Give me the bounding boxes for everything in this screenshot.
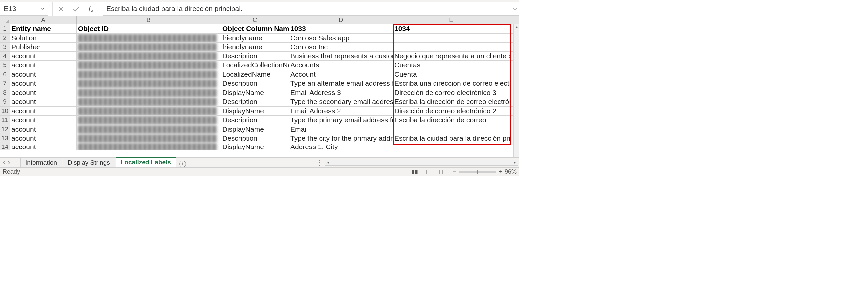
row-head[interactable]: 13 bbox=[0, 134, 10, 143]
fx-icon[interactable]: f x bbox=[89, 6, 97, 12]
grip-icon[interactable]: ⋮ bbox=[316, 159, 325, 167]
vertical-scrollbar[interactable] bbox=[514, 24, 519, 157]
cell[interactable]: Description bbox=[221, 52, 289, 61]
cell[interactable]: account bbox=[10, 88, 76, 97]
row-head[interactable]: 8 bbox=[0, 88, 10, 97]
cell[interactable]: Contoso Sales app bbox=[289, 34, 393, 42]
tab-information[interactable]: Information bbox=[20, 157, 62, 168]
zoom-value[interactable]: 96% bbox=[505, 169, 517, 175]
cell[interactable]: ████████████████████████████ bbox=[76, 116, 221, 124]
col-head-A[interactable]: A bbox=[10, 16, 76, 24]
cell[interactable]: ████████████████████████████ bbox=[76, 107, 221, 116]
cell[interactable]: DisplayName bbox=[221, 143, 289, 150]
col-head-D[interactable]: D bbox=[289, 16, 393, 24]
col-head-B[interactable]: B bbox=[76, 16, 221, 24]
cell[interactable]: Email Address 3 bbox=[289, 88, 393, 97]
col-head-E[interactable]: E bbox=[393, 16, 510, 24]
zoom-in-icon[interactable]: + bbox=[498, 169, 502, 175]
row-head[interactable]: 7 bbox=[0, 79, 10, 88]
row-head[interactable]: 9 bbox=[0, 97, 10, 106]
col-head-extra[interactable] bbox=[510, 16, 516, 24]
cell[interactable]: account bbox=[10, 125, 76, 134]
cell[interactable]: Email Address 2 bbox=[289, 107, 393, 116]
cell[interactable]: Description bbox=[221, 134, 289, 143]
cell[interactable]: Publisher bbox=[10, 42, 76, 51]
cell[interactable]: ████████████████████████████ bbox=[76, 79, 221, 88]
cell[interactable]: Account bbox=[289, 70, 393, 79]
cell[interactable]: account bbox=[10, 134, 76, 143]
cell[interactable]: ████████████████████████████ bbox=[76, 143, 221, 150]
zoom-slider[interactable] bbox=[459, 172, 496, 173]
row-head[interactable]: 14 bbox=[0, 143, 10, 150]
add-sheet-icon[interactable]: + bbox=[180, 161, 186, 168]
cell[interactable]: Dirección de correo electrónico 3 bbox=[393, 88, 510, 97]
cell[interactable]: Type an alternate email address for bbox=[289, 79, 393, 88]
cell[interactable]: Contoso Inc bbox=[289, 42, 393, 51]
zoom-out-icon[interactable]: − bbox=[453, 168, 457, 176]
checkmark-icon[interactable] bbox=[72, 6, 80, 12]
expand-formula-bar-icon[interactable] bbox=[511, 2, 519, 15]
row-head[interactable]: 12 bbox=[0, 125, 10, 134]
cell[interactable]: Description bbox=[221, 116, 289, 124]
cell[interactable]: Type the city for the primary addres bbox=[289, 134, 393, 143]
cell[interactable]: friendlyname bbox=[221, 34, 289, 42]
cell[interactable]: Solution bbox=[10, 34, 76, 42]
chevron-down-icon[interactable] bbox=[40, 7, 45, 10]
cell[interactable]: account bbox=[10, 70, 76, 79]
row-head[interactable]: 6 bbox=[0, 70, 10, 79]
cell[interactable]: 1034 bbox=[393, 24, 510, 33]
tab-prev-icon[interactable] bbox=[3, 161, 6, 165]
cell[interactable]: ████████████████████████████ bbox=[76, 42, 221, 51]
cell[interactable]: Escriba la dirección de correo electróni… bbox=[393, 97, 510, 106]
cell[interactable]: Dirección de correo electrónico 2 bbox=[393, 107, 510, 116]
scroll-left-icon[interactable] bbox=[325, 160, 331, 166]
tab-display-strings[interactable]: Display Strings bbox=[63, 157, 115, 168]
cell[interactable]: account bbox=[10, 116, 76, 124]
cell[interactable]: Address 1: City bbox=[289, 143, 393, 150]
cell[interactable]: DisplayName bbox=[221, 107, 289, 116]
cell[interactable]: Escriba la ciudad para la dirección prin… bbox=[393, 134, 510, 143]
tab-next-icon[interactable] bbox=[7, 161, 11, 165]
cell[interactable] bbox=[393, 143, 510, 150]
horizontal-scrollbar[interactable] bbox=[325, 160, 518, 166]
name-box[interactable]: E13 bbox=[0, 2, 48, 15]
cancel-icon[interactable] bbox=[58, 6, 64, 12]
cell[interactable]: Description bbox=[221, 79, 289, 88]
cell[interactable]: ████████████████████████████ bbox=[76, 34, 221, 42]
cell[interactable] bbox=[393, 34, 510, 42]
view-page-break-icon[interactable] bbox=[438, 169, 447, 175]
scroll-up-icon[interactable] bbox=[514, 24, 519, 30]
row-head[interactable]: 3 bbox=[0, 42, 10, 51]
tab-localized-labels[interactable]: Localized Labels bbox=[116, 157, 176, 168]
cell[interactable] bbox=[393, 125, 510, 134]
cell[interactable]: ████████████████████████████ bbox=[76, 61, 221, 70]
cell[interactable]: Object ID bbox=[76, 24, 221, 33]
cell[interactable]: account bbox=[10, 97, 76, 106]
row-head[interactable]: 2 bbox=[0, 34, 10, 42]
cell[interactable]: ████████████████████████████ bbox=[76, 52, 221, 61]
cell[interactable]: Cuentas bbox=[393, 61, 510, 70]
cell[interactable]: Object Column Name bbox=[221, 24, 289, 33]
cell[interactable]: Business that represents a customer bbox=[289, 52, 393, 61]
row-head[interactable]: 10 bbox=[0, 107, 10, 116]
cell[interactable]: ████████████████████████████ bbox=[76, 88, 221, 97]
cell[interactable]: friendlyname bbox=[221, 42, 289, 51]
cell[interactable]: account bbox=[10, 79, 76, 88]
cell[interactable] bbox=[393, 42, 510, 51]
cell[interactable]: account bbox=[10, 143, 76, 150]
view-page-layout-icon[interactable] bbox=[424, 169, 433, 175]
cell[interactable]: account bbox=[10, 61, 76, 70]
cell[interactable]: Description bbox=[221, 97, 289, 106]
cell[interactable]: Type the primary email address for t bbox=[289, 116, 393, 124]
cell[interactable]: Entity name bbox=[10, 24, 76, 33]
cell[interactable]: ████████████████████████████ bbox=[76, 70, 221, 79]
cell[interactable]: Escriba la dirección de correo bbox=[393, 116, 510, 124]
cell[interactable]: ████████████████████████████ bbox=[76, 134, 221, 143]
cell[interactable]: DisplayName bbox=[221, 88, 289, 97]
row-head[interactable]: 11 bbox=[0, 116, 10, 124]
scroll-right-icon[interactable] bbox=[512, 160, 518, 166]
row-head[interactable]: 4 bbox=[0, 52, 10, 61]
row-head[interactable]: 1 bbox=[0, 24, 10, 33]
view-normal-icon[interactable] bbox=[410, 169, 419, 175]
cell[interactable]: 1033 bbox=[289, 24, 393, 33]
